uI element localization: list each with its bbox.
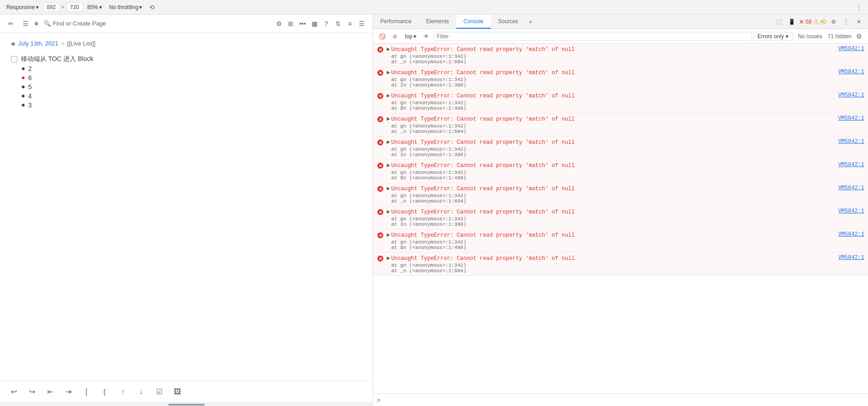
width-input[interactable]	[43, 3, 60, 12]
error-source-link[interactable]: VM5842:1	[838, 115, 864, 122]
top-bar-more-icon[interactable]: ⋮	[853, 2, 864, 13]
console-error-row[interactable]: ✕▶Uncaught TypeError: Cannot read proper…	[373, 137, 868, 160]
list-icon[interactable]: ☰	[20, 18, 31, 29]
console-error-row[interactable]: ✕▶Uncaught TypeError: Cannot read proper…	[373, 67, 868, 90]
list-item: 4	[11, 91, 362, 101]
tab-console[interactable]: Console	[456, 15, 491, 29]
error-main-line: Uncaught TypeError: Cannot read property…	[391, 69, 864, 77]
console-settings-icon[interactable]: ⚙	[853, 31, 864, 42]
error-source-link[interactable]: VM5842:1	[838, 208, 864, 214]
console-context-select[interactable]: top ▾	[402, 32, 419, 41]
error-content: Uncaught TypeError: Cannot read property…	[391, 115, 864, 134]
outdent-button[interactable]: ⇤	[44, 386, 56, 398]
image-button[interactable]: 🖼	[171, 386, 184, 398]
error-content: Uncaught TypeError: Cannot read property…	[391, 231, 864, 250]
text-align-icon[interactable]: ≡	[344, 18, 355, 29]
error-main-line: Uncaught TypeError: Cannot read property…	[391, 162, 864, 170]
error-source-link[interactable]: VM5842:1	[838, 92, 864, 98]
find-create-page-button[interactable]: 🔍 Find or Create Page	[44, 20, 106, 27]
checkbox-button[interactable]: ☑	[153, 386, 166, 398]
expand-icon[interactable]: ▶	[387, 186, 390, 191]
console-error-row[interactable]: ✕▶Uncaught TypeError: Cannot read proper…	[373, 113, 868, 137]
more-options-icon[interactable]: •••	[297, 18, 308, 29]
arrow-down-button[interactable]: ↓	[135, 386, 147, 398]
console-filter-input[interactable]	[434, 32, 752, 41]
rotate-icon[interactable]: ⟲	[146, 2, 157, 13]
console-error-row[interactable]: ✕▶Uncaught TypeError: Cannot read proper…	[373, 253, 868, 276]
console-clear-icon[interactable]: 🚫	[377, 31, 388, 42]
arrow-up-button[interactable]: ↑	[116, 386, 129, 398]
responsive-select[interactable]: Responsive ▾	[4, 3, 41, 11]
breadcrumb-parent[interactable]: July 13th, 2021	[18, 40, 58, 47]
tab-sources[interactable]: Sources	[491, 15, 525, 29]
error-count: 58	[805, 19, 811, 25]
checkbox-input[interactable]	[11, 56, 17, 62]
device-toolbar-icon[interactable]: 📱	[786, 16, 797, 27]
tab-elements[interactable]: Elements	[419, 15, 456, 29]
console-error-row[interactable]: ✕▶Uncaught TypeError: Cannot read proper…	[373, 44, 868, 67]
expand-icon[interactable]: ▶	[387, 116, 390, 121]
error-message-text: Uncaught TypeError: Cannot read property…	[391, 69, 838, 77]
menu-icon[interactable]: ☰	[356, 18, 367, 29]
expand-icon[interactable]: ▶	[387, 162, 390, 167]
error-source-link[interactable]: VM5842:1	[838, 254, 864, 261]
tab-sources-label: Sources	[498, 18, 518, 25]
filter-icon[interactable]: ⚙	[273, 18, 284, 29]
error-source-link[interactable]: VM5842:1	[838, 69, 864, 75]
list-item: 6	[11, 73, 362, 82]
find-create-label: Find or Create Page	[53, 20, 106, 27]
console-filter-icon[interactable]: ⊘	[389, 31, 400, 42]
svg-text:✕: ✕	[378, 117, 382, 122]
error-source-link[interactable]: VM5842:1	[838, 231, 864, 238]
expand-icon[interactable]: ▶	[387, 209, 390, 214]
error-message-text: Uncaught TypeError: Cannot read property…	[391, 46, 838, 54]
devtools-tab-icons: ⬚ 📱 ✕ 58 ⚠ 40 ⚙ ⋮ ✕	[770, 16, 868, 27]
height-input[interactable]	[66, 3, 83, 12]
tab-performance[interactable]: Performance	[373, 15, 419, 29]
grid-icon[interactable]: ⊞	[285, 18, 296, 29]
error-source-link[interactable]: VM5842:1	[838, 46, 864, 52]
columns-icon[interactable]: ▦	[309, 18, 320, 29]
paren-button[interactable]: (	[98, 386, 111, 398]
error-source-link[interactable]: VM5842:1	[838, 185, 864, 191]
error-content: Uncaught TypeError: Cannot read property…	[391, 46, 864, 65]
error-source-link[interactable]: VM5842:1	[838, 162, 864, 168]
error-circle-icon: ✕	[377, 116, 384, 123]
sort-icon[interactable]: ⇅	[333, 18, 343, 29]
expand-icon[interactable]: ▶	[387, 255, 390, 260]
expand-icon[interactable]: ▶	[387, 232, 390, 237]
no-issues-button[interactable]: No Issues	[794, 32, 826, 41]
console-prompt-icon: >	[377, 396, 380, 404]
pencil-icon[interactable]: ✏	[5, 18, 16, 29]
error-circle-icon: ✕	[377, 162, 384, 169]
devtools-settings-icon[interactable]: ⚙	[828, 16, 839, 27]
error-source-link[interactable]: VM5842:1	[838, 138, 864, 145]
help-icon[interactable]: ?	[321, 18, 332, 29]
devtools-more-icon[interactable]: ⋮	[841, 16, 852, 27]
indent-button[interactable]: ⇥	[62, 386, 75, 398]
inspect-element-icon[interactable]: ⬚	[773, 16, 784, 27]
eye-icon[interactable]: 👁	[421, 31, 432, 42]
bracket-button[interactable]: [	[80, 386, 93, 398]
undo-button[interactable]: ↩	[7, 386, 20, 398]
console-error-row[interactable]: ✕▶Uncaught TypeError: Cannot read proper…	[373, 160, 868, 183]
console-error-row[interactable]: ✕▶Uncaught TypeError: Cannot read proper…	[373, 229, 868, 253]
svg-text:✕: ✕	[378, 140, 382, 145]
errors-only-button[interactable]: Errors only ▾	[753, 32, 792, 41]
expand-icon[interactable]: ▶	[387, 46, 390, 51]
console-error-row[interactable]: ✕▶Uncaught TypeError: Cannot read proper…	[373, 206, 868, 229]
console-error-row[interactable]: ✕▶Uncaught TypeError: Cannot read proper…	[373, 183, 868, 206]
redo-button[interactable]: ↪	[25, 386, 38, 398]
console-input[interactable]	[383, 397, 864, 403]
devtools-close-icon[interactable]: ✕	[853, 16, 864, 27]
expand-icon[interactable]: ▶	[387, 139, 390, 144]
expand-icon[interactable]: ▶	[387, 70, 390, 75]
expand-icon[interactable]: ▶	[387, 93, 390, 98]
console-error-row[interactable]: ✕▶Uncaught TypeError: Cannot read proper…	[373, 90, 868, 113]
breadcrumb-current: [[Live List]]	[67, 40, 96, 47]
tab-more-icon[interactable]: »	[525, 15, 536, 29]
zoom-select[interactable]: 85% ▾	[85, 3, 105, 11]
error-trace-line: at $n (<anonymous>:1:498)	[391, 175, 864, 181]
throttle-select[interactable]: No throttling ▾	[106, 3, 145, 11]
editor-scrollbar[interactable]	[0, 402, 373, 406]
